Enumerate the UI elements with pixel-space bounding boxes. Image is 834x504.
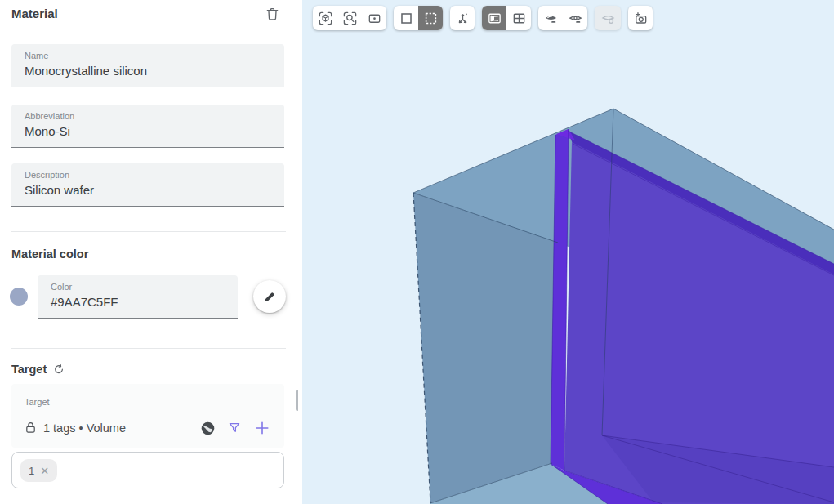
axes-triad-button[interactable] — [450, 6, 475, 30]
viewport-3d — [302, 0, 834, 504]
target-actions — [199, 419, 271, 437]
axes-triad-icon — [455, 11, 471, 26]
model-box-front-face[interactable] — [413, 193, 558, 503]
zoom-to-area-button[interactable] — [337, 6, 362, 30]
add-target-button[interactable] — [253, 419, 271, 437]
abbreviation-field[interactable]: Abbreviation Mono-Si — [11, 105, 284, 148]
zoom-to-selection-button[interactable] — [362, 6, 386, 30]
toolbar-group-axes — [450, 6, 475, 30]
single-viewport-button[interactable] — [482, 6, 506, 30]
material-properties-panel: Material Name Monocrystalline silicon Ab… — [0, 0, 299, 504]
zoom-to-selection-icon — [367, 11, 382, 26]
delete-material-button[interactable] — [263, 5, 281, 23]
color-swatch — [10, 288, 28, 306]
target-heading-row: Target — [11, 363, 65, 376]
panel-title: Material — [11, 7, 58, 20]
edit-color-button[interactable] — [253, 280, 286, 313]
trash-icon — [265, 6, 280, 22]
abbreviation-field-value[interactable]: Mono-Si — [25, 123, 271, 140]
pencil-icon — [262, 289, 277, 304]
name-field[interactable]: Name Monocrystalline silicon — [11, 44, 284, 87]
reset-visibility-button — [595, 6, 621, 30]
toolbar-group-visibility — [538, 6, 587, 30]
target-tags-input[interactable]: 1 ✕ — [11, 452, 284, 488]
single-viewport-icon — [487, 11, 502, 26]
select-box-icon — [399, 11, 414, 26]
material-color-heading: Material color — [11, 248, 88, 261]
multi-viewport-grid-button[interactable] — [506, 6, 531, 30]
viewport-toolbar — [313, 6, 653, 30]
show-selection-eye-icon — [568, 11, 583, 26]
name-field-value[interactable]: Monocrystalline silicon — [25, 63, 271, 79]
toolbar-group-zoom — [313, 6, 386, 30]
tag-chip[interactable]: 1 ✕ — [20, 459, 57, 482]
filter-funnel-icon — [227, 421, 242, 435]
global-scope-button[interactable] — [199, 420, 216, 436]
remove-tag-icon[interactable]: ✕ — [40, 465, 49, 477]
screenshot-camera-icon — [633, 11, 649, 26]
target-summary: 1 tags • Volume — [43, 421, 126, 435]
reset-visibility-eye-icon — [600, 11, 616, 26]
plus-icon — [254, 420, 270, 436]
zoom-to-area-icon — [342, 11, 358, 26]
toolbar-group-screenshot — [628, 6, 653, 30]
fit-view-button[interactable] — [313, 6, 337, 30]
target-label: Target — [25, 397, 50, 407]
refresh-target-button[interactable] — [52, 363, 65, 376]
target-heading: Target — [11, 363, 47, 376]
screenshot-button[interactable] — [628, 6, 653, 30]
target-summary-row: 1 tags • Volume — [25, 421, 126, 435]
select-dashed-box-icon — [423, 11, 439, 26]
target-selection-block[interactable]: Target 1 tags • Volume — [11, 384, 284, 448]
select-dashed-box-button[interactable] — [418, 6, 443, 30]
toolbar-group-selection — [394, 6, 443, 30]
section-divider — [11, 348, 286, 349]
toolbar-group-reset-visibility — [595, 6, 621, 30]
color-field[interactable]: Color #9AA7C5FF — [38, 275, 238, 319]
toolbar-group-views — [482, 6, 531, 30]
description-field-value[interactable]: Silicon wafer — [25, 182, 271, 198]
description-field[interactable]: Description Silicon wafer — [11, 163, 284, 207]
fit-view-icon — [318, 11, 333, 26]
globe-icon — [200, 421, 216, 436]
color-field-value[interactable]: #9AA7C5FF — [51, 294, 225, 310]
hide-selection-button[interactable] — [538, 6, 563, 30]
multi-viewport-grid-icon — [511, 11, 527, 26]
section-divider — [11, 231, 286, 232]
name-field-label: Name — [25, 50, 271, 61]
refresh-icon — [53, 364, 65, 375]
viewport-3d-canvas[interactable] — [302, 0, 834, 504]
color-field-label: Color — [51, 281, 225, 292]
select-box-button[interactable] — [394, 6, 418, 30]
hide-selection-eye-icon — [543, 11, 559, 26]
description-field-label: Description — [25, 169, 271, 181]
show-selection-button[interactable] — [563, 6, 587, 30]
filter-targets-button[interactable] — [226, 420, 243, 436]
abbreviation-field-label: Abbreviation — [25, 110, 271, 122]
lock-icon — [25, 421, 37, 435]
tag-chip-label: 1 — [29, 465, 34, 477]
